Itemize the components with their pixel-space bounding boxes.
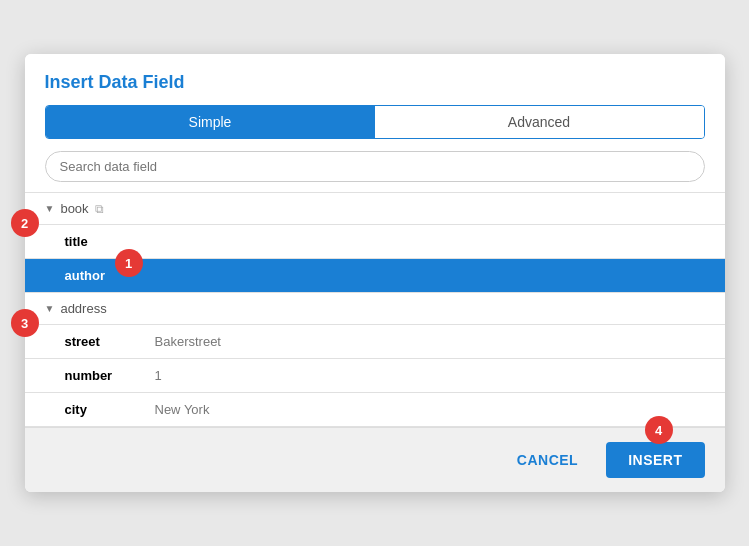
insert-button[interactable]: INSERT [606,442,704,478]
copy-icon: ⧉ [95,202,104,216]
cancel-button[interactable]: CANCEL [505,444,590,476]
field-name-number: number [65,368,145,383]
badge-3: 3 [11,309,39,337]
tab-row: Simple Advanced [45,105,705,139]
section-address-label: address [60,301,106,316]
data-list: ▼ book ⧉ title author ▼ address street B… [25,192,725,427]
field-row-city[interactable]: city New York [25,393,725,427]
chevron-down-icon: ▼ [45,203,55,214]
tab-simple[interactable]: Simple [46,106,375,138]
tab-advanced[interactable]: Advanced [375,106,704,138]
section-address[interactable]: ▼ address [25,293,725,325]
dialog-footer: CANCEL INSERT [25,427,725,492]
badge-1: 1 [115,249,143,277]
field-value-number: 1 [155,368,162,383]
dialog-header: Insert Data Field [25,54,725,105]
badge-4: 4 [645,416,673,444]
search-input[interactable] [45,151,705,182]
section-book[interactable]: ▼ book ⧉ [25,193,725,225]
section-book-label: book [60,201,88,216]
field-name-title: title [65,234,145,249]
field-row-number[interactable]: number 1 [25,359,725,393]
field-name-street: street [65,334,145,349]
dialog-title: Insert Data Field [45,72,705,93]
chevron-down-icon-address: ▼ [45,303,55,314]
search-row [25,151,725,192]
badge-2: 2 [11,209,39,237]
field-value-city: New York [155,402,210,417]
field-row-street[interactable]: street Bakerstreet [25,325,725,359]
field-name-city: city [65,402,145,417]
field-value-street: Bakerstreet [155,334,221,349]
